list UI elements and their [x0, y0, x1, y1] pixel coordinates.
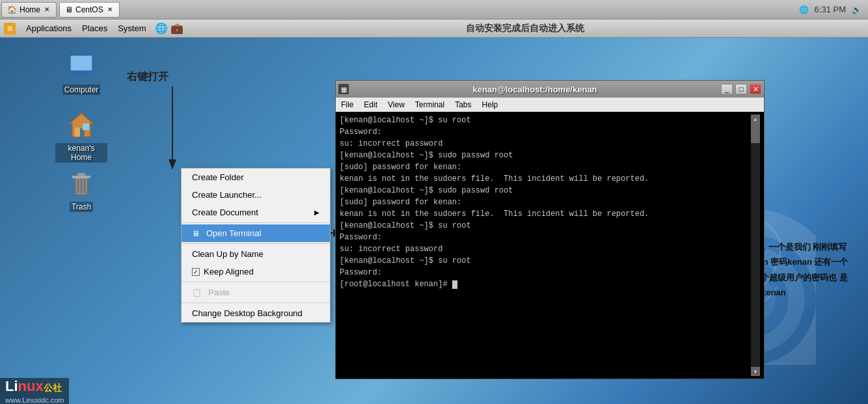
taskbar-left: 🏠 Home ✕ 🖥 CentOS ✕ — [0, 2, 798, 18]
keep-aligned-label: Keep Aligned — [204, 267, 254, 276]
scrollbar-thumb[interactable] — [751, 124, 760, 143]
desktop-icon-computer[interactable]: Computer — [55, 51, 107, 95]
terminal-close-btn[interactable]: ✕ — [750, 84, 761, 94]
terminal-menu-terminal[interactable]: Terminal — [410, 98, 450, 111]
taskbar: 🏠 Home ✕ 🖥 CentOS ✕ 🌐 6:31 PM 🔊 — [0, 0, 868, 20]
scrollbar-down-btn[interactable]: ▼ — [751, 367, 760, 376]
menubar-title: 自动安装完成后自动进入系统 — [187, 23, 863, 34]
context-separator-2 — [182, 243, 330, 244]
terminal-menu-edit[interactable]: Edit — [359, 98, 383, 111]
centos-tab-icon: 🖥 — [65, 5, 73, 14]
svg-rect-12 — [77, 173, 85, 176]
terminal-maximize-btn[interactable]: □ — [735, 84, 747, 94]
home-tab-close[interactable]: ✕ — [43, 6, 51, 14]
create-document-label: Create Document — [192, 208, 258, 217]
menu-system[interactable]: System — [113, 20, 151, 37]
home-tab-icon: 🏠 — [7, 5, 17, 14]
svg-rect-11 — [72, 176, 90, 178]
annotation-arrow — [127, 74, 205, 178]
paste-label: Paste — [208, 288, 230, 297]
paste-icon: 📋 — [192, 288, 202, 297]
svg-rect-8 — [75, 128, 80, 137]
terminal-output: [kenan@localhost ~]$ su root Password: s… — [340, 114, 751, 376]
context-create-document[interactable]: Create Document ▶ — [182, 204, 330, 221]
create-document-arrow: ▶ — [314, 209, 319, 216]
trash-icon — [66, 168, 97, 199]
svg-marker-7 — [70, 113, 93, 137]
tab-centos[interactable]: 🖥 CentOS ✕ — [59, 2, 120, 18]
trash-label: Trash — [70, 202, 93, 212]
terminal-title: kenan@localhost:/home/kenan — [351, 85, 718, 94]
taskbar-right: 🌐 6:31 PM 🔊 — [798, 3, 868, 16]
network-icon: 🌐 — [798, 3, 811, 16]
tab-home[interactable]: 🏠 Home ✕ — [1, 2, 57, 18]
terminal-menu-icon: 🖥 — [192, 229, 200, 238]
svg-rect-4 — [71, 56, 92, 70]
scrollbar-track — [751, 124, 760, 367]
menu-places[interactable]: Places — [77, 20, 113, 37]
terminal-menu-view[interactable]: View — [383, 98, 410, 111]
terminal-minimize-btn[interactable]: _ — [721, 84, 733, 94]
create-folder-label: Create Folder — [192, 172, 243, 182]
context-separator-1 — [182, 222, 330, 223]
applications-logo-icon: ⊞ — [4, 23, 16, 34]
svg-rect-6 — [72, 75, 90, 77]
context-create-launcher[interactable]: Create Launcher... — [182, 186, 330, 204]
menu-applications[interactable]: Applications — [21, 20, 77, 37]
context-change-bg[interactable]: Change Desktop Background — [182, 304, 330, 322]
terminal-title-icon: ▦ — [338, 84, 349, 94]
desktop: 🏠 Home ✕ 🖥 CentOS ✕ 🌐 6:31 PM 🔊 ⊞ Applic… — [0, 0, 868, 404]
terminal-menu-help[interactable]: Help — [477, 98, 504, 111]
terminal-scrollbar[interactable]: ▲ ▼ — [751, 114, 760, 376]
svg-rect-5 — [76, 72, 87, 75]
keep-aligned-checkbox[interactable]: ✓ — [192, 268, 200, 276]
context-cleanup[interactable]: Clean Up by Name — [182, 245, 330, 263]
terminal-menubar: File Edit View Terminal Tabs Help — [336, 98, 764, 112]
briefcase-icon: 💼 — [170, 22, 183, 34]
desktop-icon-trash[interactable]: Trash — [55, 168, 107, 212]
context-separator-3 — [182, 282, 330, 282]
clock: 6:31 PM — [815, 5, 846, 14]
linux-text: Linux公社 — [5, 378, 64, 395]
terminal-body: [kenan@localhost ~]$ su root Password: s… — [336, 112, 764, 379]
svg-rect-9 — [83, 124, 89, 130]
terminal-menu-file[interactable]: File — [336, 98, 359, 111]
centos-tab-close[interactable]: ✕ — [106, 6, 114, 14]
menu-logo: ⊞ — [0, 23, 21, 34]
linux-url: www.Linuxidc.com — [5, 396, 64, 404]
desktop-icon-home[interactable]: kenan's Home — [55, 109, 107, 163]
scrollbar-up-btn[interactable]: ▲ — [751, 114, 760, 124]
context-keep-aligned[interactable]: ✓ Keep Aligned — [182, 263, 330, 280]
open-terminal-label: Open Terminal — [206, 228, 261, 238]
terminal-menu-tabs[interactable]: Tabs — [450, 98, 476, 111]
globe-icon: 🌐 — [155, 22, 168, 34]
computer-icon — [66, 51, 97, 82]
home-icon — [66, 109, 97, 141]
volume-icon: 🔊 — [850, 3, 863, 16]
context-open-terminal[interactable]: 🖥 Open Terminal — [182, 224, 330, 242]
terminal-titlebar: ▦ kenan@localhost:/home/kenan _ □ ✕ — [336, 81, 764, 98]
home-tab-label: Home — [20, 5, 40, 14]
home-label: kenan's Home — [55, 143, 107, 163]
terminal-window: ▦ kenan@localhost:/home/kenan _ □ ✕ File… — [335, 80, 765, 379]
computer-label: Computer — [62, 85, 101, 95]
context-separator-4 — [182, 303, 330, 303]
context-menu: Create Folder Create Launcher... Create … — [181, 168, 331, 323]
context-paste: 📋 Paste — [182, 284, 330, 301]
linux-logo: Linux公社 www.Linuxidc.com — [0, 378, 69, 404]
cleanup-label: Clean Up by Name — [192, 249, 264, 259]
centos-tab-label: CentOS — [75, 5, 103, 14]
create-launcher-label: Create Launcher... — [192, 190, 262, 200]
context-create-folder[interactable]: Create Folder — [182, 168, 330, 186]
desktop-area: Computer kenan's Home — [0, 38, 868, 404]
change-bg-label: Change Desktop Background — [192, 308, 303, 318]
menubar: ⊞ Applications Places System 🌐 💼 自动安装完成后… — [0, 20, 868, 38]
